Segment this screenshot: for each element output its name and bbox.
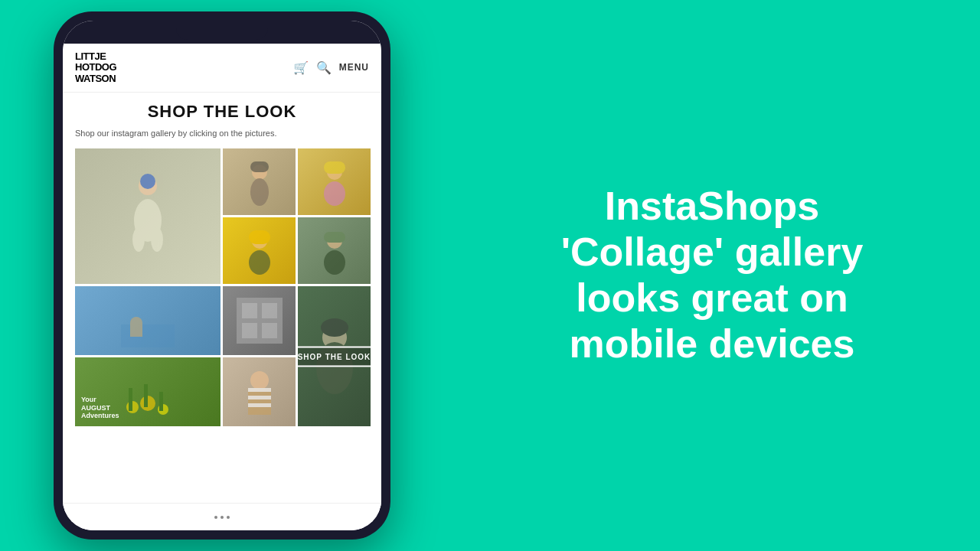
svg-rect-12 [249,230,270,244]
left-panel: LITTJE HOTDOG WATSON 🛒 🔍 MENU SHOP THE L… [0,0,444,551]
gallery-cell-large[interactable] [75,148,220,284]
dot-3 [227,516,230,519]
promo-line-4: mobile devices [561,321,864,367]
svg-point-34 [250,371,269,390]
page-title: SHOP THE LOOK [75,102,369,122]
svg-rect-6 [250,161,269,172]
promo-line-2: 'Collage' gallery [561,230,864,276]
search-icon[interactable]: 🔍 [316,60,332,75]
svg-rect-37 [248,396,271,399]
screen-content: SHOP THE LOOK Shop our instagram gallery… [63,93,381,503]
svg-rect-35 [248,388,271,415]
svg-rect-19 [130,323,142,337]
gallery-cell-blue-jacket[interactable] [298,217,371,284]
promo-line-1: InstaShops [561,184,864,230]
gallery-cell-yellow-hat[interactable] [223,217,296,284]
svg-rect-22 [262,303,277,318]
svg-rect-9 [324,161,345,174]
menu-button[interactable]: MENU [339,62,369,73]
svg-point-16 [324,250,345,275]
svg-rect-36 [248,388,271,392]
svg-rect-15 [324,232,345,243]
gallery-cell-zebra[interactable] [223,148,296,215]
gallery-cell-flowers[interactable]: Your AUGUST Adventures [75,357,220,426]
svg-point-7 [250,178,269,206]
header-icons: 🛒 🔍 MENU [293,60,369,75]
phone-screen: LITTJE HOTDOG WATSON 🛒 🔍 MENU SHOP THE L… [63,44,381,530]
gallery-cell-cat[interactable] [298,148,371,215]
svg-point-26 [321,318,348,337]
gallery-grid: SHOP THE LOOK [75,148,369,426]
dot-1 [214,516,217,519]
svg-rect-23 [242,323,257,338]
svg-point-4 [140,174,155,189]
page-subtitle: Shop our instagram gallery by clicking o… [75,128,369,139]
svg-rect-38 [248,403,271,407]
svg-rect-33 [159,392,163,411]
cart-icon[interactable]: 🛒 [293,60,309,75]
site-header: LITTJE HOTDOG WATSON 🛒 🔍 MENU [63,44,381,93]
phone-bottom-bar [63,503,381,530]
shop-the-look-overlay[interactable]: SHOP THE LOOK [298,346,371,367]
august-adventures-overlay: Your AUGUST Adventures [81,396,119,420]
phone-notch [63,21,381,44]
svg-rect-21 [242,303,257,318]
svg-rect-32 [144,384,148,407]
gallery-cell-dark-hat[interactable]: SHOP THE LOOK [298,286,371,426]
dot-2 [220,516,224,519]
svg-rect-24 [262,323,277,338]
svg-point-13 [249,250,270,275]
promo-line-3: looks great on [561,276,864,321]
gallery-cell-sea[interactable] [75,286,220,355]
site-logo: LITTJE HOTDOG WATSON [75,51,116,84]
svg-point-2 [132,227,145,252]
svg-point-10 [324,181,345,206]
promo-text: InstaShops 'Collage' gallery looks great… [561,184,864,367]
svg-rect-31 [129,388,132,411]
home-indicator [214,516,230,519]
svg-point-3 [151,227,163,252]
svg-rect-17 [121,324,175,347]
gallery-cell-striped-kid[interactable] [223,357,296,426]
gallery-cell-window[interactable] [223,286,296,355]
right-panel: InstaShops 'Collage' gallery looks great… [444,0,980,551]
phone-mockup: LITTJE HOTDOG WATSON 🛒 🔍 MENU SHOP THE L… [54,11,390,540]
